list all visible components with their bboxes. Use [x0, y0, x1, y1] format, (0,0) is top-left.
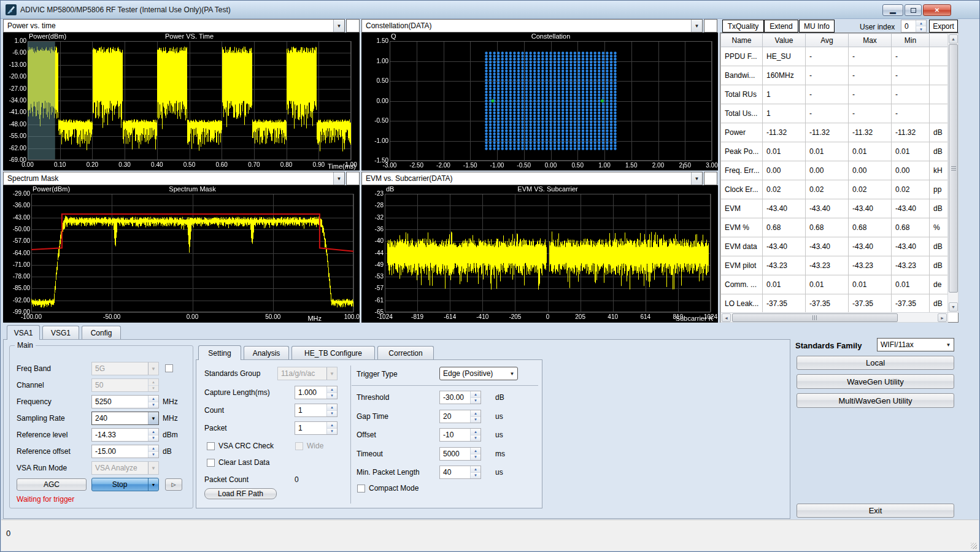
freq-band-checkbox[interactable] [165, 364, 173, 372]
evm-selector[interactable]: EVM vs. Subcarrier(DATA) ▼ [361, 172, 703, 185]
min-packet-length-stepper[interactable]: 40 ▲▼ [439, 466, 481, 479]
frequency-stepper[interactable]: 5250 ▲▼ [91, 395, 159, 408]
stepper-arrows-icon[interactable]: ▲▼ [326, 422, 337, 434]
packet-count-value: 0 [295, 475, 299, 484]
maximize-button[interactable] [905, 4, 922, 16]
stepper-arrows-icon[interactable]: ▲▼ [148, 396, 158, 408]
table-row[interactable]: PPDU F...HE_SU--- [721, 47, 948, 66]
table-row[interactable]: Freq. Err...0.000.000.000.00kH [721, 161, 948, 180]
scroll-left-icon[interactable]: ◄ [722, 313, 731, 322]
compact-mode-checkbox[interactable] [357, 485, 365, 493]
vscroll-thumb[interactable] [949, 44, 958, 293]
offset-stepper[interactable]: -10 ▲▼ [439, 428, 481, 442]
table-row[interactable]: Total RUs1--- [721, 85, 948, 104]
table-column-header[interactable]: Avg [806, 34, 849, 47]
trigger-type-select[interactable]: Edge (Positive) ▼ [439, 367, 518, 380]
stepper-arrows-icon[interactable]: ▲▼ [470, 410, 480, 423]
standards-group-select[interactable]: 11a/g/n/ac ▼ [277, 367, 338, 380]
constellation-selector[interactable]: Constellation(DATA) ▼ [361, 19, 703, 33]
tab-mu-info[interactable]: MU Info [799, 20, 835, 33]
tab-he-tb-configure[interactable]: HE_TB Configure [291, 346, 375, 360]
wide-checkbox[interactable] [295, 442, 303, 450]
clear-last-data-checkbox[interactable] [207, 459, 215, 467]
exit-button[interactable]: Exit [797, 504, 954, 518]
tab-vsg1[interactable]: VSG1 [42, 326, 79, 340]
spectrum-selector[interactable]: Spectrum Mask ▼ [3, 172, 345, 185]
table-row[interactable]: EVM-43.40-43.40-43.40-43.40dB [721, 199, 948, 218]
threshold-stepper[interactable]: -30.00 ▲▼ [439, 391, 481, 404]
sampling-rate-select[interactable]: 240 ▼ [91, 412, 159, 425]
tab-correction[interactable]: Correction [377, 346, 434, 360]
local-button[interactable]: Local [797, 356, 954, 370]
table-row[interactable]: EVM data-43.40-43.40-43.40-43.40dB [721, 237, 948, 256]
tab-analysis[interactable]: Analysis [244, 346, 289, 360]
table-row[interactable]: Total Us...1--- [721, 104, 948, 123]
scroll-up-icon[interactable]: ▲ [949, 34, 958, 44]
evm-panel-button[interactable] [704, 172, 717, 185]
table-row[interactable]: EVM %0.680.680.680.68% [721, 218, 948, 237]
stepper-arrows-icon[interactable]: ▲▼ [470, 391, 480, 404]
spectrum-panel-button[interactable] [346, 172, 360, 185]
reference-level-stepper[interactable]: -14.33 ▲▼ [91, 428, 159, 442]
stepper-arrows-icon[interactable]: ▲▼ [326, 386, 337, 399]
stepper-arrows-icon[interactable]: ▲▼ [916, 20, 926, 32]
wavegen-utility-button[interactable]: WaveGen Utility [797, 374, 954, 389]
tab-extend[interactable]: Extend [764, 20, 798, 33]
table-column-header[interactable] [930, 34, 948, 47]
table-row[interactable]: EVM pilot-43.23-43.23-43.23-43.23dB [721, 256, 948, 275]
stepper-arrows-icon[interactable]: ▲▼ [470, 466, 480, 478]
freq-band-select[interactable]: 5G ▼ [91, 362, 159, 375]
table-row[interactable]: Clock Er...0.020.020.020.02pp [721, 180, 948, 199]
constellation-panel-button[interactable] [704, 19, 717, 33]
vsa-crc-check-checkbox[interactable] [207, 442, 215, 450]
table-column-header[interactable]: Min [892, 34, 930, 47]
stepper-arrows-icon[interactable]: ▲▼ [470, 448, 480, 460]
table-column-header[interactable]: Name [721, 34, 763, 47]
tab-vsa1[interactable]: VSA1 [7, 325, 40, 340]
table-vscrollbar[interactable]: ▲ ▼ [947, 33, 959, 313]
table-row[interactable]: Peak Po...0.010.010.010.01dB [721, 142, 948, 161]
step-button[interactable]: ▷ [165, 478, 182, 491]
standards-family-select[interactable]: WIFI/11ax ▼ [877, 338, 954, 351]
min-packet-length-value: 40 [443, 468, 451, 477]
stepper-arrows-icon[interactable]: ▲▼ [148, 429, 158, 441]
table-header-row[interactable]: NameValueAvgMaxMin [721, 34, 948, 47]
stop-dropdown-icon[interactable]: ▼ [148, 478, 158, 491]
gap-time-stepper[interactable]: 20 ▲▼ [439, 410, 481, 423]
table-row[interactable]: Bandwi...160MHz--- [721, 66, 948, 85]
table-row[interactable]: Power-11.32-11.32-11.32-11.32dB [721, 123, 948, 142]
stepper-arrows-icon[interactable]: ▲▼ [470, 429, 480, 441]
tab-txquality[interactable]: TxQuality [722, 20, 764, 33]
stepper-arrows-icon[interactable]: ▲▼ [326, 404, 337, 416]
load-rf-path-button[interactable]: Load RF Path [204, 488, 277, 499]
vsa-run-mode-select[interactable]: VSA Analyze ▼ [91, 461, 159, 475]
agc-button[interactable]: AGC [17, 478, 87, 491]
count-stepper[interactable]: 1 ▲▼ [295, 404, 338, 417]
packet-count-label: Packet Count [204, 475, 249, 484]
min-packet-length-unit: us [495, 468, 503, 477]
channel-stepper[interactable]: 50 ▲▼ [91, 378, 159, 392]
table-column-header[interactable]: Value [763, 34, 806, 47]
tab-config[interactable]: Config [82, 326, 121, 340]
power-time-panel-button[interactable] [346, 19, 360, 33]
resize-grip-icon[interactable] [971, 543, 977, 549]
timeout-stepper[interactable]: 5000 ▲▼ [439, 447, 481, 461]
scroll-down-icon[interactable]: ▼ [949, 302, 958, 312]
table-row[interactable]: LO Leak...-37.35-37.35-37.35-37.35dB [721, 294, 948, 313]
stepper-arrows-icon[interactable]: ▲▼ [148, 445, 158, 458]
table-column-header[interactable]: Max [849, 34, 892, 47]
table-row[interactable]: Comm. ...0.010.010.010.01de [721, 275, 948, 294]
multiwavegen-utility-button[interactable]: MultiWaveGen Utility [797, 393, 954, 408]
hscroll-thumb[interactable] [732, 313, 898, 322]
user-index-stepper[interactable]: 0 ▲▼ [901, 20, 927, 33]
power-time-selector[interactable]: Power vs. time ▼ [3, 19, 345, 33]
table-hscrollbar[interactable]: ◄ ► [720, 312, 948, 323]
close-button[interactable]: ✕ [923, 4, 951, 16]
tab-setting[interactable]: Setting [198, 345, 241, 360]
export-button[interactable]: Export [929, 20, 958, 33]
packet-stepper[interactable]: 1 ▲▼ [295, 421, 338, 435]
scroll-right-icon[interactable]: ► [938, 313, 947, 322]
reference-offset-stepper[interactable]: -15.00 ▲▼ [91, 445, 159, 458]
capture-length-stepper[interactable]: 1.000 ▲▼ [295, 386, 338, 399]
minimize-button[interactable]: ▬ [882, 4, 903, 16]
